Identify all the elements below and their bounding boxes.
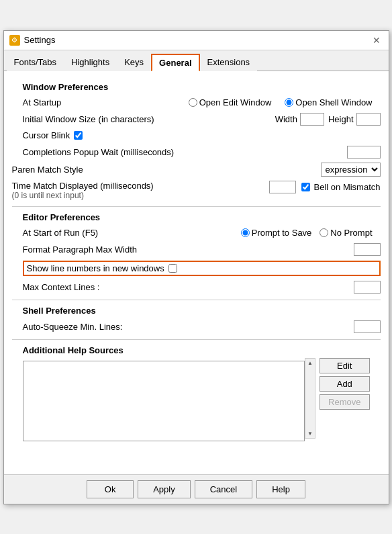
time-match-label1: Time Match Displayed (milliseconds)	[12, 181, 154, 191]
at-startup-row: At Startup Open Edit Window Open Shell W…	[12, 95, 381, 111]
settings-window: ⚙ Settings ✕ Fonts/Tabs Highlights Keys …	[3, 30, 389, 504]
show-line-numbers-checkbox[interactable]	[168, 264, 177, 273]
time-match-labels: Time Match Displayed (milliseconds) (0 i…	[12, 181, 154, 200]
time-match-label2: (0 is until next input)	[12, 191, 154, 200]
cursor-blink-row: Cursor Blink	[12, 128, 381, 144]
completions-popup-row: Completions Popup Wait (milliseconds) 20…	[12, 144, 381, 161]
show-line-numbers-label: Show line numbers in new windows	[27, 263, 164, 273]
tab-keys[interactable]: Keys	[117, 54, 151, 71]
help-source-buttons: Edit Add Remove	[320, 358, 369, 444]
settings-icon: ⚙	[9, 35, 20, 46]
at-start-run-row: At Start of Run (F5) Prompt to Save No P…	[12, 225, 381, 241]
content-area: Window Preferences At Startup Open Edit …	[4, 71, 389, 474]
add-button[interactable]: Add	[320, 376, 369, 392]
startup-options: Open Edit Window Open Shell Window	[189, 97, 381, 107]
title-bar: ⚙ Settings ✕	[4, 31, 389, 50]
open-edit-radio[interactable]	[189, 98, 197, 107]
tab-highlights[interactable]: Highlights	[64, 54, 117, 71]
tab-bar: Fonts/Tabs Highlights Keys General Exten…	[4, 50, 389, 71]
width-input[interactable]: 80	[300, 113, 324, 126]
format-paragraph-label: Format Paragraph Max Width	[23, 244, 138, 255]
bell-mismatch-text: Bell on Mismatch	[314, 182, 381, 192]
apply-button[interactable]: Apply	[138, 480, 191, 498]
help-sources-scroll-area	[23, 358, 305, 444]
tab-extensions[interactable]: Extensions	[200, 54, 258, 71]
paren-match-select[interactable]: expression parens none	[321, 163, 381, 177]
help-sources-list[interactable]	[23, 361, 305, 441]
tab-fonts-tabs[interactable]: Fonts/Tabs	[7, 54, 64, 71]
max-context-lines-input[interactable]: 15	[354, 281, 381, 294]
window-preferences-header: Window Preferences	[12, 82, 381, 92]
paren-match-row: Paren Match Style expression parens none	[12, 161, 381, 179]
format-paragraph-row: Format Paragraph Max Width 72	[12, 241, 381, 258]
cancel-button[interactable]: Cancel	[195, 480, 252, 498]
shell-preferences-header: Shell Preferences	[12, 306, 381, 316]
remove-button[interactable]: Remove	[320, 394, 369, 410]
completions-popup-label: Completions Popup Wait (milliseconds)	[23, 147, 175, 157]
time-match-controls: 500 Bell on Mismatch	[269, 181, 381, 193]
cursor-blink-label: Cursor Blink	[23, 130, 70, 140]
scroll-track	[305, 367, 315, 429]
window-title: Settings	[24, 35, 56, 45]
prompt-to-save-label[interactable]: Prompt to Save	[241, 228, 312, 238]
scroll-up-icon[interactable]: ▲	[305, 359, 315, 367]
auto-squeeze-row: Auto-Squeeze Min. Lines: 50	[12, 318, 381, 335]
scrollbar: ▲ ▼	[305, 358, 315, 439]
bell-mismatch-checkbox[interactable]	[301, 183, 310, 191]
cursor-blink-checkbox[interactable]	[74, 131, 83, 140]
no-prompt-radio[interactable]	[320, 228, 328, 237]
max-context-lines-row: Max Context Lines : 15	[12, 279, 381, 296]
initial-window-size-label: Initial Window Size	[23, 114, 96, 124]
help-button[interactable]: Help	[256, 480, 305, 498]
open-shell-radio[interactable]	[285, 98, 293, 107]
open-edit-label: Open Edit Window	[199, 97, 272, 107]
time-match-input[interactable]: 500	[269, 181, 296, 193]
in-characters-label: (in characters)	[99, 114, 154, 124]
close-button[interactable]: ✕	[370, 35, 383, 46]
show-line-numbers-row: Show line numbers in new windows	[23, 261, 381, 276]
open-shell-label: Open Shell Window	[295, 97, 372, 107]
format-paragraph-input[interactable]: 72	[354, 243, 381, 256]
no-prompt-text: No Prompt	[330, 228, 372, 238]
auto-squeeze-input[interactable]: 50	[354, 320, 381, 333]
time-match-row: Time Match Displayed (milliseconds) (0 i…	[12, 179, 381, 202]
open-shell-radio-label[interactable]: Open Shell Window	[285, 97, 372, 107]
tab-general[interactable]: General	[151, 54, 199, 71]
show-line-numbers-container: Show line numbers in new windows	[23, 261, 381, 276]
prompt-to-save-text: Prompt to Save	[252, 228, 312, 238]
no-prompt-label[interactable]: No Prompt	[320, 228, 372, 238]
at-start-run-label: At Start of Run (F5)	[23, 228, 99, 238]
auto-squeeze-label: Auto-Squeeze Min. Lines:	[23, 322, 123, 332]
width-label: Width	[275, 114, 297, 124]
height-input[interactable]: 40	[356, 113, 381, 126]
title-bar-left: ⚙ Settings	[9, 35, 56, 46]
ok-button[interactable]: Ok	[87, 480, 134, 498]
open-edit-radio-label[interactable]: Open Edit Window	[189, 97, 272, 107]
scroll-down-icon[interactable]: ▼	[305, 429, 315, 438]
window-size-row: Initial Window Size (in characters) Widt…	[12, 111, 381, 128]
help-sources-container: ▲ ▼ Edit Add Remove	[23, 358, 370, 444]
additional-help-header: Additional Help Sources	[12, 345, 381, 355]
at-startup-label: At Startup	[23, 97, 62, 107]
bell-mismatch-label[interactable]: Bell on Mismatch	[301, 182, 381, 192]
footer: Ok Apply Cancel Help	[4, 474, 389, 504]
paren-match-label: Paren Match Style	[12, 165, 83, 175]
editor-preferences-header: Editor Preferences	[12, 212, 381, 222]
max-context-lines-label: Max Context Lines :	[23, 282, 100, 292]
edit-button[interactable]: Edit	[320, 358, 369, 373]
completions-popup-input[interactable]: 2000	[347, 146, 381, 159]
height-label: Height	[328, 114, 354, 124]
prompt-to-save-radio[interactable]	[241, 228, 250, 237]
